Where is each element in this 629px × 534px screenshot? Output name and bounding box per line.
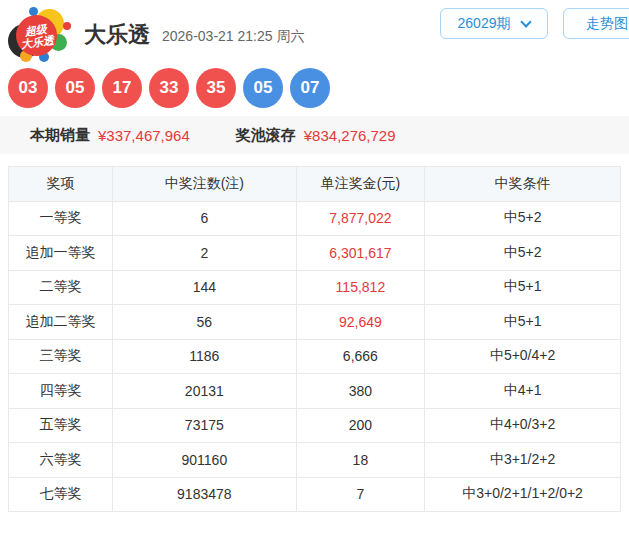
- winning-numbers: 03 05 17 33 35 05 07: [8, 68, 330, 108]
- cell-winner-count: 56: [113, 305, 297, 340]
- prize-table-wrap: 奖项 中奖注数(注) 单注奖金(元) 中奖条件 一等奖 6 7,877,022 …: [8, 166, 621, 512]
- cell-win-condition: 中4+1: [425, 374, 621, 409]
- table-row: 二等奖 144 115,812 中5+1: [9, 270, 621, 305]
- cell-prize-level: 六等奖: [9, 443, 113, 478]
- cell-prize-level: 追加一等奖: [9, 236, 113, 271]
- sales-info-bar: 本期销量 ¥337,467,964 奖池滚存 ¥834,276,729: [0, 116, 629, 154]
- draw-datetime: 2026-03-21 21:25 周六: [162, 28, 304, 46]
- issue-dropdown-value: 26029期: [458, 15, 511, 33]
- table-row: 一等奖 6 7,877,022 中5+2: [9, 201, 621, 236]
- super-lotto-logo-icon: 超级 大乐透: [8, 7, 72, 63]
- table-row: 四等奖 20131 380 中4+1: [9, 374, 621, 409]
- issue-dropdown[interactable]: 26029期: [440, 8, 548, 39]
- page-title: 大乐透: [84, 20, 150, 50]
- cell-win-condition: 中4+0/3+2: [425, 408, 621, 443]
- cell-prize-amount: 115,812: [296, 270, 425, 305]
- prize-table: 奖项 中奖注数(注) 单注奖金(元) 中奖条件 一等奖 6 7,877,022 …: [8, 166, 621, 512]
- cell-winner-count: 1186: [113, 339, 297, 374]
- table-row: 追加一等奖 2 6,301,617 中5+2: [9, 236, 621, 271]
- lotto-ball-back: 05: [243, 68, 283, 108]
- trend-chart-button[interactable]: 走势图: [563, 8, 629, 39]
- cell-winner-count: 9183478: [113, 477, 297, 512]
- cell-prize-level: 追加二等奖: [9, 305, 113, 340]
- lotto-ball-front: 05: [55, 68, 95, 108]
- cell-prize-amount: 92,649: [296, 305, 425, 340]
- lotto-ball-front: 17: [102, 68, 142, 108]
- cell-prize-level: 五等奖: [9, 408, 113, 443]
- lotto-ball-front: 35: [196, 68, 236, 108]
- cell-win-condition: 中3+0/2+1/1+2/0+2: [425, 477, 621, 512]
- table-row: 七等奖 9183478 7 中3+0/2+1/1+2/0+2: [9, 477, 621, 512]
- lottery-result-page: 超级 大乐透 大乐透 2026-03-21 21:25 周六 26029期 走势…: [0, 0, 629, 534]
- cell-win-condition: 中3+1/2+2: [425, 443, 621, 478]
- cell-prize-level: 七等奖: [9, 477, 113, 512]
- col-header-win-condition: 中奖条件: [425, 167, 621, 202]
- cell-win-condition: 中5+2: [425, 236, 621, 271]
- cell-winner-count: 2: [113, 236, 297, 271]
- sales-value: ¥337,467,964: [98, 127, 190, 144]
- cell-prize-level: 一等奖: [9, 201, 113, 236]
- cell-prize-amount: 380: [296, 374, 425, 409]
- cell-prize-level: 二等奖: [9, 270, 113, 305]
- table-header-row: 奖项 中奖注数(注) 单注奖金(元) 中奖条件: [9, 167, 621, 202]
- cell-win-condition: 中5+1: [425, 305, 621, 340]
- pool-label: 奖池滚存: [236, 126, 296, 145]
- cell-win-condition: 中5+1: [425, 270, 621, 305]
- cell-winner-count: 73175: [113, 408, 297, 443]
- pool-value: ¥834,276,729: [304, 127, 396, 144]
- table-row: 追加二等奖 56 92,649 中5+1: [9, 305, 621, 340]
- cell-prize-amount: 7: [296, 477, 425, 512]
- table-row: 五等奖 73175 200 中4+0/3+2: [9, 408, 621, 443]
- lotto-ball-front: 33: [149, 68, 189, 108]
- cell-winner-count: 20131: [113, 374, 297, 409]
- table-row: 六等奖 901160 18 中3+1/2+2: [9, 443, 621, 478]
- cell-win-condition: 中5+0/4+2: [425, 339, 621, 374]
- cell-prize-amount: 6,301,617: [296, 236, 425, 271]
- cell-prize-level: 四等奖: [9, 374, 113, 409]
- cell-winner-count: 901160: [113, 443, 297, 478]
- trend-chart-button-label: 走势图: [586, 15, 628, 33]
- cell-winner-count: 144: [113, 270, 297, 305]
- cell-prize-level: 三等奖: [9, 339, 113, 374]
- sales-label: 本期销量: [30, 126, 90, 145]
- chevron-down-icon: [521, 16, 532, 27]
- cell-winner-count: 6: [113, 201, 297, 236]
- lotto-ball-front: 03: [8, 68, 48, 108]
- cell-prize-amount: 6,666: [296, 339, 425, 374]
- lotto-ball-back: 07: [290, 68, 330, 108]
- col-header-prize-amount: 单注奖金(元): [296, 167, 425, 202]
- cell-win-condition: 中5+2: [425, 201, 621, 236]
- col-header-prize-level: 奖项: [9, 167, 113, 202]
- cell-prize-amount: 7,877,022: [296, 201, 425, 236]
- table-row: 三等奖 1186 6,666 中5+0/4+2: [9, 339, 621, 374]
- col-header-winner-count: 中奖注数(注): [113, 167, 297, 202]
- cell-prize-amount: 200: [296, 408, 425, 443]
- cell-prize-amount: 18: [296, 443, 425, 478]
